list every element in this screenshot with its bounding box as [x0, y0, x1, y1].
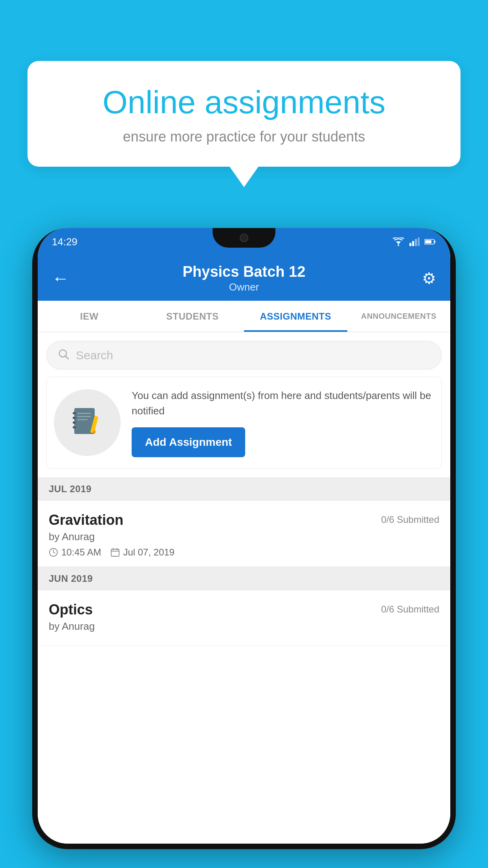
phone-frame: 14:29: [32, 228, 456, 849]
app-header: ← Physics Batch 12 Owner ⚙: [38, 256, 450, 301]
notch: [213, 228, 275, 248]
svg-marker-0: [396, 241, 401, 245]
header-title: Physics Batch 12: [183, 263, 306, 280]
bubble-title: Online assignments: [55, 85, 433, 120]
search-icon: [58, 348, 70, 362]
tab-announcements-label: ANNOUNCEMENTS: [361, 312, 437, 321]
prompt-card: You can add assignment(s) from here and …: [46, 377, 442, 469]
svg-rect-2: [409, 243, 411, 246]
assignment-row1: Gravitation 0/6 Submitted: [49, 512, 439, 528]
section-header-jun: JUN 2019: [38, 567, 450, 590]
tab-assignments[interactable]: ASSIGNMENTS: [244, 301, 347, 332]
add-assignment-button[interactable]: Add Assignment: [132, 427, 245, 457]
assignment-time-gravitation: 10:45 AM: [49, 547, 101, 558]
assignment-by-optics: by Anurag: [49, 620, 439, 633]
phone-screen: 14:29: [38, 228, 450, 844]
notebook-icon: [70, 405, 105, 440]
svg-rect-5: [418, 237, 420, 246]
tab-students-label: STUDENTS: [166, 311, 218, 322]
svg-rect-12: [73, 412, 76, 414]
settings-button[interactable]: ⚙: [422, 269, 436, 287]
tab-iew[interactable]: IEW: [38, 301, 141, 332]
assignment-submitted-gravitation: 0/6 Submitted: [381, 514, 439, 525]
status-time: 14:29: [52, 236, 77, 248]
svg-rect-3: [412, 241, 414, 246]
assignment-name-optics: Optics: [49, 601, 93, 618]
svg-rect-16: [77, 413, 91, 414]
assignment-meta-gravitation: 10:45 AM Jul 07, 2019: [49, 547, 439, 558]
assignment-item-gravitation[interactable]: Gravitation 0/6 Submitted by Anurag 10:4…: [38, 501, 450, 567]
time-value: 10:45 AM: [61, 547, 101, 558]
svg-point-1: [398, 245, 399, 246]
status-icons: [392, 237, 436, 246]
search-input[interactable]: Search: [76, 349, 113, 362]
svg-rect-4: [415, 239, 417, 246]
tabs-bar: IEW STUDENTS ASSIGNMENTS ANNOUNCEMENTS: [38, 301, 450, 332]
section-header-jul: JUL 2019: [38, 477, 450, 501]
svg-rect-15: [73, 426, 76, 428]
bubble-subtitle: ensure more practice for your students: [55, 129, 433, 145]
assignment-item-optics[interactable]: Optics 0/6 Submitted by Anurag: [38, 590, 450, 645]
prompt-text-area: You can add assignment(s) from here and …: [132, 388, 434, 457]
front-camera: [240, 234, 248, 242]
svg-rect-18: [77, 419, 88, 420]
app-content: Search: [38, 332, 450, 844]
svg-rect-8: [425, 240, 431, 243]
prompt-description: You can add assignment(s) from here and …: [132, 388, 434, 419]
speech-bubble: Online assignments ensure more practice …: [28, 61, 460, 167]
svg-rect-13: [73, 417, 76, 419]
svg-rect-14: [73, 421, 76, 424]
svg-line-10: [65, 356, 68, 359]
svg-rect-22: [111, 549, 119, 556]
header-center: Physics Batch 12 Owner: [183, 263, 306, 293]
search-bar[interactable]: Search: [46, 341, 442, 370]
optics-row1: Optics 0/6 Submitted: [49, 601, 439, 618]
signal-icon: [409, 237, 420, 246]
assignment-name-gravitation: Gravitation: [49, 512, 123, 528]
prompt-icon-circle: [54, 389, 121, 456]
calendar-icon: [110, 548, 120, 557]
tab-announcements[interactable]: ANNOUNCEMENTS: [347, 301, 451, 332]
speech-bubble-container: Online assignments ensure more practice …: [28, 61, 460, 167]
back-button[interactable]: ←: [52, 268, 69, 288]
battery-icon: [424, 239, 436, 245]
wifi-icon: [392, 237, 405, 246]
tab-iew-label: IEW: [80, 311, 99, 322]
assignment-date-gravitation: Jul 07, 2019: [110, 547, 174, 558]
header-subtitle: Owner: [183, 281, 306, 293]
tab-students[interactable]: STUDENTS: [141, 301, 244, 332]
date-value: Jul 07, 2019: [123, 547, 174, 558]
clock-icon: [49, 548, 58, 557]
svg-rect-17: [77, 416, 91, 417]
assignment-by-gravitation: by Anurag: [49, 531, 439, 543]
svg-rect-7: [434, 241, 435, 243]
tab-assignments-label: ASSIGNMENTS: [260, 311, 331, 322]
assignment-submitted-optics: 0/6 Submitted: [381, 604, 439, 615]
